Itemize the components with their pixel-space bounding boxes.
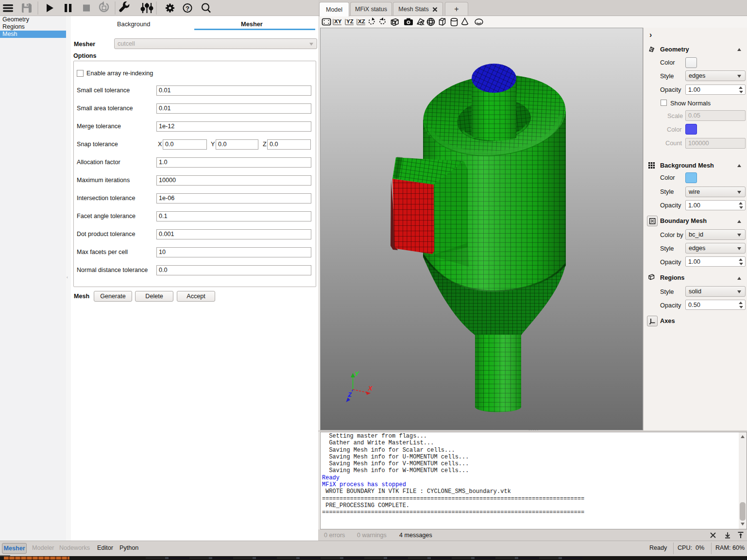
svg-text:XY: XY bbox=[334, 18, 342, 24]
svg-text:YZ: YZ bbox=[346, 18, 354, 24]
svg-text:?: ? bbox=[186, 5, 189, 12]
svg-text:Z: Z bbox=[347, 391, 352, 398]
svg-text:X: X bbox=[368, 385, 373, 392]
svg-text:XZ: XZ bbox=[358, 18, 365, 24]
svg-text:Y: Y bbox=[355, 370, 359, 377]
